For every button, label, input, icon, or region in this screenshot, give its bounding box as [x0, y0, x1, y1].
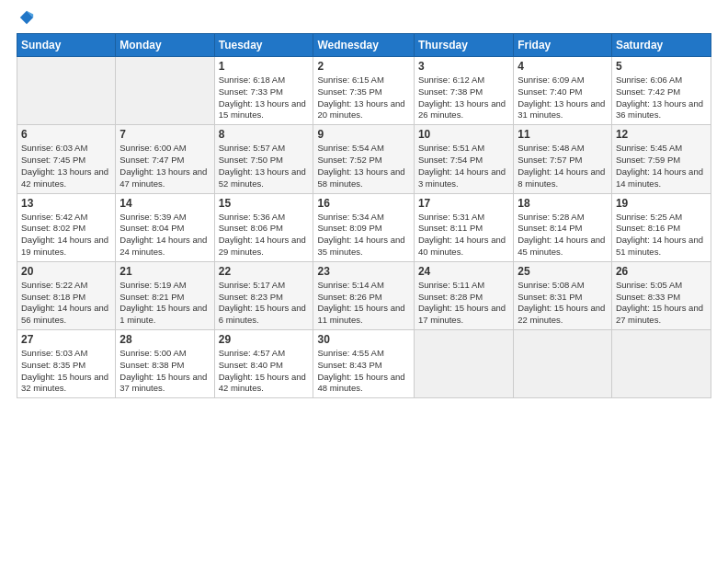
day-info: Sunrise: 5:08 AM Sunset: 8:31 PM Dayligh…	[518, 280, 608, 327]
day-info: Sunrise: 5:39 AM Sunset: 8:04 PM Dayligh…	[119, 212, 210, 259]
day-info: Sunrise: 5:54 AM Sunset: 7:52 PM Dayligh…	[317, 143, 409, 190]
day-number: 16	[317, 197, 409, 210]
day-info: Sunrise: 6:15 AM Sunset: 7:35 PM Dayligh…	[317, 75, 409, 121]
day-info: Sunrise: 4:55 AM Sunset: 8:43 PM Dayligh…	[317, 348, 409, 395]
calendar-cell	[611, 330, 711, 398]
calendar-cell	[414, 330, 513, 398]
day-number: 19	[616, 197, 707, 210]
logo-icon	[18, 9, 35, 26]
day-number: 30	[317, 333, 409, 346]
day-info: Sunrise: 5:17 AM Sunset: 8:23 PM Dayligh…	[219, 280, 310, 327]
day-number: 7	[119, 128, 210, 141]
day-info: Sunrise: 6:00 AM Sunset: 7:47 PM Dayligh…	[119, 143, 210, 190]
calendar-cell: 27Sunrise: 5:03 AM Sunset: 8:35 PM Dayli…	[17, 330, 116, 398]
day-info: Sunrise: 6:03 AM Sunset: 7:45 PM Dayligh…	[21, 143, 111, 190]
calendar-cell: 19Sunrise: 5:25 AM Sunset: 8:16 PM Dayli…	[611, 193, 711, 261]
day-info: Sunrise: 5:05 AM Sunset: 8:33 PM Dayligh…	[616, 280, 707, 327]
calendar-cell	[116, 57, 214, 125]
day-number: 2	[317, 60, 409, 73]
day-info: Sunrise: 5:34 AM Sunset: 8:09 PM Dayligh…	[317, 212, 409, 259]
calendar-week-5: 27Sunrise: 5:03 AM Sunset: 8:35 PM Dayli…	[17, 330, 711, 398]
calendar-cell: 18Sunrise: 5:28 AM Sunset: 8:14 PM Dayli…	[514, 193, 612, 261]
day-number: 9	[317, 128, 409, 141]
day-number: 27	[21, 333, 111, 346]
calendar-cell: 30Sunrise: 4:55 AM Sunset: 8:43 PM Dayli…	[313, 330, 414, 398]
day-info: Sunrise: 6:09 AM Sunset: 7:40 PM Dayligh…	[518, 75, 608, 121]
calendar-cell: 1Sunrise: 6:18 AM Sunset: 7:33 PM Daylig…	[214, 57, 313, 125]
day-number: 4	[518, 60, 608, 73]
day-info: Sunrise: 5:57 AM Sunset: 7:50 PM Dayligh…	[219, 143, 310, 190]
logo	[17, 9, 35, 26]
calendar-week-3: 13Sunrise: 5:42 AM Sunset: 8:02 PM Dayli…	[17, 193, 711, 261]
col-header-thursday: Thursday	[414, 34, 513, 57]
calendar-cell: 26Sunrise: 5:05 AM Sunset: 8:33 PM Dayli…	[611, 261, 711, 329]
header	[17, 9, 711, 26]
day-info: Sunrise: 5:00 AM Sunset: 8:38 PM Dayligh…	[119, 348, 210, 395]
calendar-cell: 9Sunrise: 5:54 AM Sunset: 7:52 PM Daylig…	[313, 125, 414, 193]
calendar-table: SundayMondayTuesdayWednesdayThursdayFrid…	[17, 33, 711, 398]
col-header-tuesday: Tuesday	[214, 34, 313, 57]
day-info: Sunrise: 5:42 AM Sunset: 8:02 PM Dayligh…	[21, 212, 111, 259]
day-info: Sunrise: 5:31 AM Sunset: 8:11 PM Dayligh…	[418, 212, 509, 259]
col-header-wednesday: Wednesday	[313, 34, 414, 57]
calendar-cell: 7Sunrise: 6:00 AM Sunset: 7:47 PM Daylig…	[116, 125, 214, 193]
day-number: 23	[317, 265, 409, 278]
col-header-friday: Friday	[514, 34, 612, 57]
day-number: 26	[616, 265, 707, 278]
day-number: 10	[418, 128, 509, 141]
day-number: 28	[119, 333, 210, 346]
calendar-cell: 11Sunrise: 5:48 AM Sunset: 7:57 PM Dayli…	[514, 125, 612, 193]
day-info: Sunrise: 6:06 AM Sunset: 7:42 PM Dayligh…	[616, 75, 707, 121]
day-number: 8	[219, 128, 310, 141]
day-info: Sunrise: 4:57 AM Sunset: 8:40 PM Dayligh…	[219, 348, 310, 395]
calendar-cell: 2Sunrise: 6:15 AM Sunset: 7:35 PM Daylig…	[313, 57, 414, 125]
calendar-cell: 10Sunrise: 5:51 AM Sunset: 7:54 PM Dayli…	[414, 125, 513, 193]
col-header-sunday: Sunday	[17, 34, 116, 57]
calendar-cell: 14Sunrise: 5:39 AM Sunset: 8:04 PM Dayli…	[116, 193, 214, 261]
day-number: 17	[418, 197, 509, 210]
calendar-cell: 24Sunrise: 5:11 AM Sunset: 8:28 PM Dayli…	[414, 261, 513, 329]
day-info: Sunrise: 5:25 AM Sunset: 8:16 PM Dayligh…	[616, 212, 707, 259]
day-info: Sunrise: 6:12 AM Sunset: 7:38 PM Dayligh…	[418, 75, 509, 121]
calendar-cell: 21Sunrise: 5:19 AM Sunset: 8:21 PM Dayli…	[116, 261, 214, 329]
day-info: Sunrise: 5:36 AM Sunset: 8:06 PM Dayligh…	[219, 212, 310, 259]
calendar-cell: 15Sunrise: 5:36 AM Sunset: 8:06 PM Dayli…	[214, 193, 313, 261]
calendar-week-2: 6Sunrise: 6:03 AM Sunset: 7:45 PM Daylig…	[17, 125, 711, 193]
day-number: 20	[21, 265, 111, 278]
day-number: 11	[518, 128, 608, 141]
calendar-week-1: 1Sunrise: 6:18 AM Sunset: 7:33 PM Daylig…	[17, 57, 711, 125]
calendar-cell: 17Sunrise: 5:31 AM Sunset: 8:11 PM Dayli…	[414, 193, 513, 261]
day-number: 15	[219, 197, 310, 210]
calendar-cell: 8Sunrise: 5:57 AM Sunset: 7:50 PM Daylig…	[214, 125, 313, 193]
day-number: 22	[219, 265, 310, 278]
calendar-cell: 23Sunrise: 5:14 AM Sunset: 8:26 PM Dayli…	[313, 261, 414, 329]
day-number: 6	[21, 128, 111, 141]
calendar-cell: 28Sunrise: 5:00 AM Sunset: 8:38 PM Dayli…	[116, 330, 214, 398]
calendar-cell	[514, 330, 612, 398]
svg-marker-0	[20, 11, 33, 24]
day-info: Sunrise: 5:03 AM Sunset: 8:35 PM Dayligh…	[21, 348, 111, 395]
day-number: 12	[616, 128, 707, 141]
calendar-cell: 6Sunrise: 6:03 AM Sunset: 7:45 PM Daylig…	[17, 125, 116, 193]
day-number: 24	[418, 265, 509, 278]
day-info: Sunrise: 5:51 AM Sunset: 7:54 PM Dayligh…	[418, 143, 509, 190]
calendar-cell: 4Sunrise: 6:09 AM Sunset: 7:40 PM Daylig…	[514, 57, 612, 125]
calendar-cell	[17, 57, 116, 125]
day-number: 1	[219, 60, 310, 73]
day-number: 14	[119, 197, 210, 210]
day-info: Sunrise: 5:22 AM Sunset: 8:18 PM Dayligh…	[21, 280, 111, 327]
day-info: Sunrise: 5:48 AM Sunset: 7:57 PM Dayligh…	[518, 143, 608, 190]
calendar-cell: 29Sunrise: 4:57 AM Sunset: 8:40 PM Dayli…	[214, 330, 313, 398]
day-number: 5	[616, 60, 707, 73]
calendar-cell: 3Sunrise: 6:12 AM Sunset: 7:38 PM Daylig…	[414, 57, 513, 125]
calendar-cell: 13Sunrise: 5:42 AM Sunset: 8:02 PM Dayli…	[17, 193, 116, 261]
calendar-header-row: SundayMondayTuesdayWednesdayThursdayFrid…	[17, 34, 711, 57]
col-header-monday: Monday	[116, 34, 214, 57]
day-info: Sunrise: 5:45 AM Sunset: 7:59 PM Dayligh…	[616, 143, 707, 190]
calendar-cell: 5Sunrise: 6:06 AM Sunset: 7:42 PM Daylig…	[611, 57, 711, 125]
calendar-cell: 20Sunrise: 5:22 AM Sunset: 8:18 PM Dayli…	[17, 261, 116, 329]
col-header-saturday: Saturday	[611, 34, 711, 57]
day-info: Sunrise: 5:19 AM Sunset: 8:21 PM Dayligh…	[119, 280, 210, 327]
day-info: Sunrise: 5:11 AM Sunset: 8:28 PM Dayligh…	[418, 280, 509, 327]
day-number: 3	[418, 60, 509, 73]
